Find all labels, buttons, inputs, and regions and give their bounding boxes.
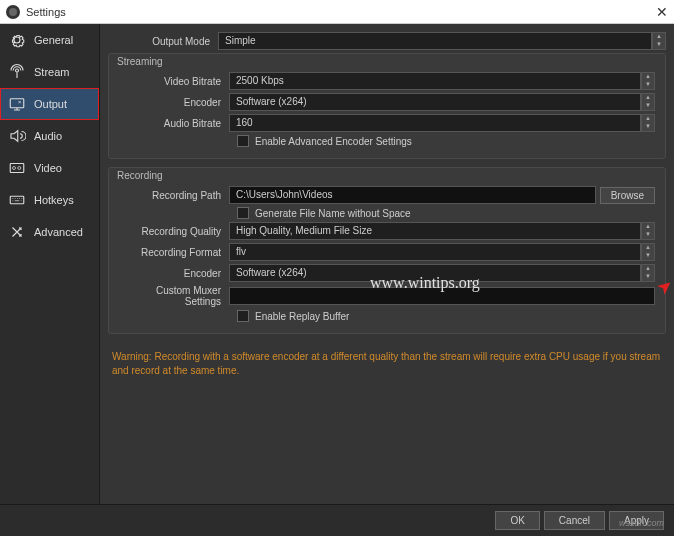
gen-filename-checkbox[interactable] xyxy=(237,207,249,219)
audio-bitrate-label: Audio Bitrate xyxy=(119,118,229,129)
titlebar: Settings ✕ xyxy=(0,0,674,24)
recording-encoder-select[interactable]: Software (x264) xyxy=(229,264,641,282)
video-bitrate-input[interactable]: 2500 Kbps xyxy=(229,72,641,90)
muxer-input[interactable] xyxy=(229,287,655,305)
tools-icon xyxy=(8,223,26,241)
svg-rect-0 xyxy=(10,99,24,108)
svg-point-3 xyxy=(18,167,21,170)
recording-title: Recording xyxy=(117,170,163,181)
recording-path-label: Recording Path xyxy=(119,190,229,201)
advanced-encoder-label: Enable Advanced Encoder Settings xyxy=(255,136,412,147)
sidebar-item-label: General xyxy=(34,34,73,46)
browse-button[interactable]: Browse xyxy=(600,187,655,204)
dropdown-icon[interactable]: ▲▼ xyxy=(641,93,655,111)
replay-buffer-checkbox[interactable] xyxy=(237,310,249,322)
advanced-encoder-checkbox[interactable] xyxy=(237,135,249,147)
sidebar-item-label: Advanced xyxy=(34,226,83,238)
sidebar-item-general[interactable]: General xyxy=(0,24,99,56)
sidebar-item-label: Hotkeys xyxy=(34,194,74,206)
sidebar-item-stream[interactable]: Stream xyxy=(0,56,99,88)
sidebar-item-advanced[interactable]: Advanced xyxy=(0,216,99,248)
sidebar-item-video[interactable]: Video xyxy=(0,152,99,184)
video-icon xyxy=(8,159,26,177)
recording-format-select[interactable]: flv xyxy=(229,243,641,261)
cancel-button[interactable]: Cancel xyxy=(544,511,605,530)
ok-button[interactable]: OK xyxy=(495,511,539,530)
dropdown-icon[interactable]: ▲▼ xyxy=(641,264,655,282)
sidebar-item-hotkeys[interactable]: Hotkeys xyxy=(0,184,99,216)
app-icon xyxy=(6,5,20,19)
recording-format-label: Recording Format xyxy=(119,247,229,258)
sidebar-item-label: Stream xyxy=(34,66,69,78)
dropdown-icon[interactable]: ▲▼ xyxy=(641,114,655,132)
recording-section: Recording Recording Path C:\Users\John\V… xyxy=(108,167,666,334)
gear-icon xyxy=(8,31,26,49)
recording-path-input[interactable]: C:\Users\John\Videos xyxy=(229,186,596,204)
footer: OK Cancel Apply wsxdn.com xyxy=(0,504,674,536)
window-title: Settings xyxy=(26,6,66,18)
keyboard-icon xyxy=(8,191,26,209)
close-icon[interactable]: ✕ xyxy=(656,4,668,20)
recording-quality-label: Recording Quality xyxy=(119,226,229,237)
encoder-label: Encoder xyxy=(119,97,229,108)
watermark2: wsxdn.com xyxy=(619,518,664,528)
recording-quality-select[interactable]: High Quality, Medium File Size xyxy=(229,222,641,240)
output-mode-select[interactable]: Simple xyxy=(218,32,652,50)
spinner-icon[interactable]: ▲▼ xyxy=(641,72,655,90)
gen-filename-label: Generate File Name without Space xyxy=(255,208,411,219)
sidebar-item-audio[interactable]: Audio xyxy=(0,120,99,152)
encoder-select[interactable]: Software (x264) xyxy=(229,93,641,111)
svg-point-2 xyxy=(13,167,16,170)
muxer-label: Custom Muxer Settings xyxy=(119,285,229,307)
content-panel: Output Mode Simple ▲▼ Streaming Video Bi… xyxy=(100,24,674,504)
antenna-icon xyxy=(8,63,26,81)
audio-bitrate-select[interactable]: 160 xyxy=(229,114,641,132)
svg-rect-4 xyxy=(10,196,24,204)
speaker-icon xyxy=(8,127,26,145)
sidebar-item-label: Output xyxy=(34,98,67,110)
warning-text: Warning: Recording with a software encod… xyxy=(108,342,666,386)
dropdown-icon[interactable]: ▲▼ xyxy=(641,222,655,240)
streaming-title: Streaming xyxy=(117,56,163,67)
output-mode-label: Output Mode xyxy=(108,36,218,47)
sidebar: General Stream Output Audio Video Hotkey… xyxy=(0,24,100,504)
dropdown-icon[interactable]: ▲▼ xyxy=(641,243,655,261)
replay-buffer-label: Enable Replay Buffer xyxy=(255,311,349,322)
video-bitrate-label: Video Bitrate xyxy=(119,76,229,87)
sidebar-item-label: Audio xyxy=(34,130,62,142)
dropdown-icon[interactable]: ▲▼ xyxy=(652,32,666,50)
sidebar-item-output[interactable]: Output xyxy=(0,88,99,120)
streaming-section: Streaming Video Bitrate 2500 Kbps ▲▼ Enc… xyxy=(108,53,666,159)
monitor-icon xyxy=(8,95,26,113)
recording-encoder-label: Encoder xyxy=(119,268,229,279)
sidebar-item-label: Video xyxy=(34,162,62,174)
